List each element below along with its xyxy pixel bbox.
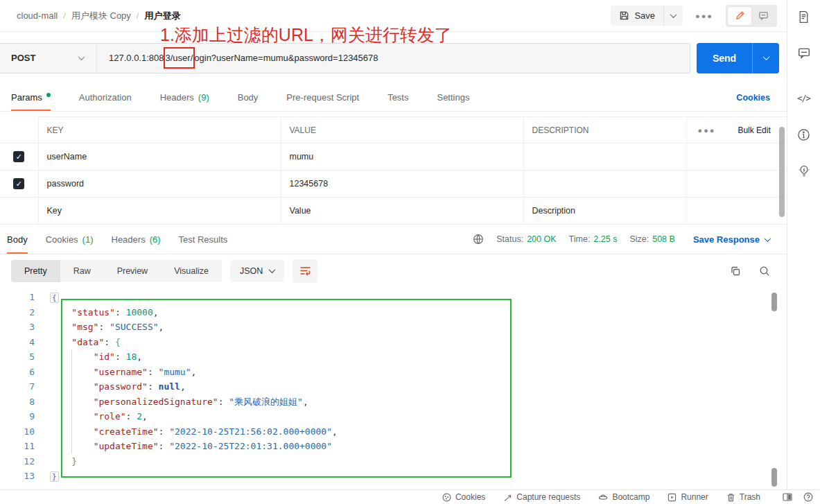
response-body-editor[interactable]: 1{2 "status": 10000,3 "msg": "SUCCESS",4… [0,287,787,490]
view-tab-visualize[interactable]: Visualize [161,260,222,282]
bottom-bar-icons [783,492,813,502]
tab-pre-request-script[interactable]: Pre-request Script [286,84,359,111]
chevron-down-icon [670,11,677,18]
tab-count: (6) [150,234,161,245]
params-more-options[interactable]: ●●● [695,123,719,137]
send-button[interactable]: Send [697,43,753,73]
help-icon[interactable] [803,492,813,502]
breadcrumb: cloud-mall / 用户模块 Copy / 用户登录 [17,10,180,22]
comments-icon[interactable] [796,44,812,61]
tab-count: (1) [82,234,94,245]
trash-button[interactable]: Trash [726,492,760,502]
size-label: Size: [629,234,649,244]
tab-label: Body [7,234,28,245]
code-line: 4 "data": { [0,335,787,350]
send-button-group: Send [697,43,779,73]
tab-label: Cookies [46,234,78,245]
url-part-before: 127.0.0.1:808 [109,53,164,63]
save-options-caret[interactable] [663,6,683,26]
tab-test-results[interactable]: Test Results [179,225,228,254]
response-header: Body Cookies (1) Headers (6) Test Result… [0,225,787,254]
breadcrumb-request-title[interactable]: 用户登录 [144,10,180,22]
chevron-down-icon [765,235,771,242]
param-value-input[interactable]: Value [281,198,523,225]
send-options-caret[interactable] [753,43,779,73]
params-active-dot [46,93,51,97]
breadcrumb-separator: / [137,10,139,21]
param-key-input[interactable]: Key [38,198,281,225]
code-line: 13} [0,469,787,484]
tab-body[interactable]: Body [238,84,259,111]
edit-mode-button[interactable] [728,7,751,25]
tab-response-headers[interactable]: Headers (6) [112,225,161,254]
editor-scrollbar-thumb[interactable] [771,468,777,487]
line-number: 10 [0,424,35,440]
info-icon[interactable] [796,126,812,143]
two-pane-view-icon[interactable] [783,493,792,501]
bulk-edit-button[interactable]: Bulk Edit [738,125,770,135]
bootcamp-button[interactable]: Bootcamp [598,492,649,502]
param-description-cell[interactable] [523,171,686,198]
param-key-cell[interactable]: userName [38,144,281,171]
code-line: 10 "createTime": "2022-10-25T21:56:02.00… [0,424,787,440]
size-indicator: Size: 508 B [629,234,674,244]
save-response-button[interactable]: Save Response [693,234,770,245]
params-scrollbar[interactable] [779,127,785,217]
param-description-cell[interactable] [523,144,686,171]
method-select[interactable]: POST [0,44,97,73]
tab-settings[interactable]: Settings [437,84,469,111]
breadcrumb-collection[interactable]: cloud-mall [17,10,58,21]
param-row: ✓ userName mumu [0,144,787,171]
editor-scrollbar-thumb[interactable] [771,293,777,311]
comment-mode-button[interactable] [751,7,775,25]
documentation-icon[interactable] [796,8,812,25]
save-response-label: Save Response [693,234,760,245]
save-button[interactable]: Save [611,6,663,26]
chevron-down-icon [78,53,85,60]
search-icon[interactable] [759,266,770,277]
params-header-row: KEY VALUE DESCRIPTION ●●● Bulk Edit [0,117,787,144]
param-checkbox[interactable]: ✓ [13,178,24,189]
lightbulb-icon[interactable] [796,162,812,179]
tab-response-body[interactable]: Body [7,225,28,254]
code-snippet-icon[interactable]: </> [796,90,812,107]
breadcrumb-folder[interactable]: 用户模块 Copy [71,10,131,22]
cookies-manager-button[interactable]: Cookies [442,492,485,502]
more-options-button[interactable]: ●●● [692,9,716,23]
capture-requests-button[interactable]: Capture requests [503,492,580,502]
tab-tests[interactable]: Tests [387,84,408,111]
status-value: 200 OK [527,234,556,244]
runner-button[interactable]: Runner [668,492,708,502]
tab-authorization[interactable]: Authorization [79,84,132,111]
url-input[interactable]: 127.0.0.1:8083/user/ogin?userName=mumu&p… [97,53,378,63]
capture-arrow-icon [503,493,512,502]
cookies-link[interactable]: Cookies [736,93,770,103]
code-line: 2 "status": 10000, [0,305,787,320]
param-value-cell[interactable]: mumu [281,144,523,171]
wrap-text-button[interactable] [293,259,317,283]
comment-icon [758,10,769,21]
view-tab-pretty[interactable]: Pretty [11,260,60,282]
param-value-cell[interactable]: 12345678 [281,171,523,198]
globe-icon[interactable] [473,234,484,245]
status-label: Status: [496,234,523,244]
copy-icon[interactable] [730,266,741,277]
view-tab-preview[interactable]: Preview [104,260,161,282]
tab-label: Headers [112,234,146,245]
url-annotation-box: 3/user/ [164,47,195,69]
response-meta: Status: 200 OK Time: 2.25 s Size: 508 B … [473,234,770,245]
line-number: 1 [0,290,35,305]
param-description-input[interactable]: Description [523,198,686,225]
language-select[interactable]: JSON [230,260,284,282]
tab-response-cookies[interactable]: Cookies (1) [46,225,94,254]
param-checkbox[interactable]: ✓ [13,151,24,162]
line-number: 7 [0,379,35,394]
tab-headers[interactable]: Headers (9) [160,84,209,111]
method-label: POST [11,53,35,63]
view-tab-raw[interactable]: Raw [60,260,104,282]
tab-params[interactable]: Params [11,84,51,111]
param-key-cell[interactable]: password [38,171,281,198]
bottom-item-label: Capture requests [516,492,580,502]
tab-label: Pre-request Script [286,92,359,103]
param-row: ✓ password 12345678 [0,171,787,198]
